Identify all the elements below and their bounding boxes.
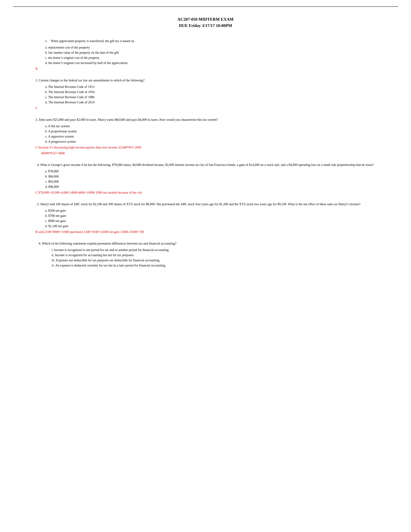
q6-option-ii: ii. Income is recognized for accounting …: [52, 252, 375, 258]
q3-option-a: a. A flat tax system: [45, 124, 375, 129]
q4-text: . 4. What is George’s gross income if he…: [36, 162, 375, 167]
q3-option-d: d. A progressive system: [45, 139, 375, 144]
q2-content: Current changes to the federal tax law a…: [39, 78, 145, 82]
question-6: 6. Which of the following statements exp…: [36, 241, 375, 268]
q5-option-d: d. $1,100 net gain: [45, 223, 375, 228]
q2-option-d: d. The Internal Revenue Code of 2014: [45, 100, 375, 105]
q2-option-b: b. The Internal Revenue Code of 1954: [45, 89, 375, 95]
q2-option-a: a. The Internal Revenue Code of 1913: [45, 84, 375, 89]
q6-number: 6.: [39, 242, 42, 245]
question-3: 3. John earns $25,000 and pays $2,000 in…: [36, 117, 375, 156]
q4-option-d: d. $96,000: [45, 184, 375, 189]
question-1: 1. When appreciated property is transfer…: [36, 38, 375, 71]
q6-content: Which of the following statements explai…: [42, 242, 177, 245]
q4-option-c: c. $92,000: [45, 179, 375, 184]
exam-title-line2: DUE Friday 3/17/17 10:00PM: [36, 22, 375, 29]
question-4: . 4. What is George’s gross income if he…: [36, 162, 375, 195]
q1-answer: B: [36, 66, 375, 71]
exam-header: AC207-050 MIDTERM EXAM DUE Friday 3/17/1…: [36, 16, 375, 29]
q6-option-iv: iv. An expense is deducted currently for…: [52, 263, 375, 268]
q6-option-iii: iii. Expenses not deductible for tax pur…: [52, 258, 375, 263]
top-border-line: [13, 6, 398, 7]
q6-option-i: i. Income is recognized in one period fo…: [52, 247, 375, 252]
exam-title-line1: AC207-050 MIDTERM EXAM: [36, 16, 375, 22]
q4-option-a: a. $78,000: [45, 169, 375, 174]
q4-answer: C $78,000+10,000+4,000 14000-4000=10000 …: [36, 190, 375, 195]
question-5: . 5. Sheryl sold 100 shares of ABC stock…: [36, 201, 375, 234]
q5-option-a: a. $200 net gain: [45, 208, 375, 213]
q1-option-d: d. the donor’s original cost increased b…: [45, 60, 375, 66]
q5-number: . 5.: [36, 202, 40, 206]
q2-text: 2. Current changes to the federal tax la…: [36, 78, 375, 83]
q1-content: When appreciated property is transferred…: [51, 39, 134, 43]
q3-option-c: c. A regressive system: [45, 134, 375, 139]
q2-number: 2.: [36, 78, 39, 82]
q2-option-c: c. The Internal Revenue Code of 1986: [45, 95, 375, 100]
question-2: 2. Current changes to the federal tax la…: [36, 78, 375, 111]
q3-number: 3.: [36, 118, 39, 121]
q5-answer: B sold 2100+8900=11000 purchased 1200+91…: [36, 229, 375, 234]
q6-text: 6. Which of the following statements exp…: [36, 241, 375, 246]
q1-option-c: c. the donor’s original cost of the prop…: [45, 55, 375, 60]
q1-text: 1. When appreciated property is transfer…: [45, 38, 375, 44]
q3-content: John earns $25,000 and pays $2,000 in ta…: [39, 118, 218, 121]
q5-content: Sheryl sold 100 shares of ABC stock for …: [40, 202, 361, 206]
q1-option-b: b. fair market value of the property on …: [45, 50, 375, 55]
q4-number: . 4.: [36, 163, 40, 167]
q1-number: 1.: [45, 39, 51, 43]
q4-option-b: b. $84,000: [45, 174, 375, 179]
q4-content: What is George’s gross income if he has …: [40, 163, 374, 167]
q5-text: . 5. Sheryl sold 100 shares of ABC stock…: [36, 201, 375, 207]
q5-option-c: c. $900 net gain: [45, 218, 375, 223]
q2-answer: C: [36, 105, 375, 111]
page: AC207-050 MIDTERM EXAM DUE Friday 3/17/1…: [0, 0, 411, 532]
q3-text: 3. John earns $25,000 and pays $2,000 in…: [36, 117, 375, 122]
q5-option-b: b. $700 net gain: [45, 213, 375, 218]
q1-option-a: a. replacement cost of the property: [45, 45, 375, 50]
q3-answer: C because it’s decreasing high income pa…: [36, 145, 375, 150]
q3-answer-line2: 60000*6.67=4000: [41, 151, 375, 156]
q3-option-b: b. A proportional system: [45, 129, 375, 134]
